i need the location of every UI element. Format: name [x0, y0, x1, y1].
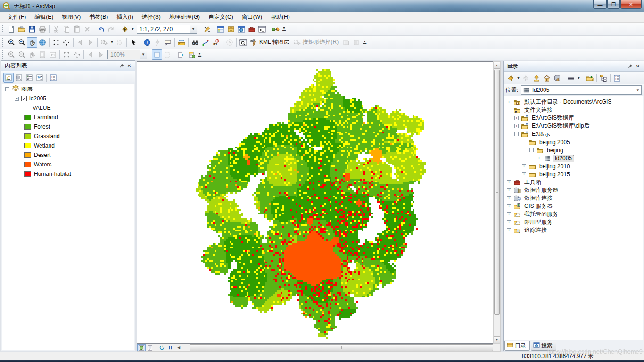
- catalog-item-label[interactable]: 文件夹连接: [523, 106, 554, 114]
- refresh-button[interactable]: [157, 344, 166, 351]
- fixed-zoom-out-icon[interactable]: [61, 37, 72, 48]
- full-page-icon[interactable]: [37, 49, 48, 60]
- catalog-tree-row[interactable]: +即用型服务: [504, 218, 643, 226]
- fixed-zoom-in-icon[interactable]: [61, 49, 72, 60]
- catalog-item-label[interactable]: beijing: [545, 147, 565, 154]
- catalog-item-label[interactable]: 工具箱: [523, 178, 543, 186]
- chevron-down-icon[interactable]: ▼: [636, 88, 640, 92]
- chevron-down-icon[interactable]: ▼: [190, 25, 197, 33]
- hyperlink-icon[interactable]: [152, 37, 163, 48]
- scroll-left-icon[interactable]: ◀: [174, 344, 183, 351]
- zoom-in-icon[interactable]: [6, 49, 17, 60]
- time-slider-icon[interactable]: [224, 37, 235, 48]
- add-data-icon[interactable]: [120, 24, 130, 34]
- title-bar[interactable]: 无标题 - ArcMap ▬ ❐ ✕: [0, 0, 644, 12]
- toolbar-overflow-icon[interactable]: ▼▬: [362, 37, 368, 48]
- catalog-tree-row[interactable]: −beijing 2005: [504, 138, 643, 146]
- options-list-icon[interactable]: [612, 73, 622, 83]
- catalog-tree-row[interactable]: +数据库连接: [504, 194, 643, 202]
- menu-item-7[interactable]: 自定义(C): [204, 12, 238, 23]
- db-home-icon[interactable]: [552, 73, 562, 83]
- collapse-icon[interactable]: −: [529, 148, 534, 152]
- catalog-item-label[interactable]: beijing 2010: [538, 163, 571, 170]
- legend-swatch[interactable]: [24, 143, 31, 148]
- globe-icon[interactable]: [37, 37, 48, 48]
- expand-icon[interactable]: +: [507, 220, 511, 224]
- catalog-tree-row[interactable]: −文件夹连接: [504, 106, 643, 114]
- catalog-tree-row[interactable]: +GIS 服务器: [504, 202, 643, 210]
- catalog-item-label[interactable]: 默认工作目录 - Documents\ArcGIS: [523, 98, 613, 106]
- map-horizontal-scrollbar[interactable]: [183, 344, 500, 351]
- back-arrow-icon[interactable]: [85, 49, 96, 60]
- legend-swatch[interactable]: [24, 152, 31, 158]
- pin-icon[interactable]: [118, 62, 125, 70]
- horizontal-scroll-thumb[interactable]: [190, 344, 493, 351]
- catalog-item-label[interactable]: 我托管的服务: [523, 210, 560, 218]
- menu-item-1[interactable]: 编辑(E): [30, 12, 58, 23]
- catalog-item-label[interactable]: E:\展示: [530, 130, 552, 138]
- list-drawing-order-icon[interactable]: [3, 73, 14, 83]
- goto-xy-icon[interactable]: XY: [211, 37, 221, 48]
- legend-swatch[interactable]: [24, 133, 31, 139]
- forward-arrow-icon[interactable]: [96, 49, 106, 60]
- menu-item-0[interactable]: 文件(F): [3, 12, 30, 23]
- map-vertical-scrollbar[interactable]: ▲ ▼: [493, 61, 501, 344]
- tree-view-icon[interactable]: [598, 73, 609, 83]
- map-scale-combo[interactable]: 1:1, 272, 270▼: [137, 25, 197, 34]
- close-button[interactable]: ✕: [620, 0, 642, 9]
- catalog-tab-search[interactable]: 搜索: [531, 341, 556, 351]
- catalog-tree-row[interactable]: +工具箱: [504, 178, 643, 186]
- identify-icon[interactable]: i: [142, 37, 152, 48]
- expand-icon[interactable]: +: [537, 156, 541, 160]
- new-document-icon[interactable]: [6, 24, 17, 34]
- close-icon[interactable]: ✕: [125, 62, 133, 70]
- menu-item-5[interactable]: 选择(S): [138, 12, 165, 23]
- vertical-scroll-thumb[interactable]: [494, 70, 500, 315]
- redo-icon[interactable]: [106, 24, 116, 34]
- python-window-icon[interactable]: [257, 24, 267, 34]
- location-combo[interactable]: ld2005 ▼: [521, 85, 642, 95]
- catalog-item-label[interactable]: 数据库连接: [523, 194, 554, 202]
- html-popup-icon[interactable]: [163, 37, 173, 48]
- catalog-tree-row[interactable]: −beijing: [504, 146, 643, 154]
- home-icon[interactable]: [542, 73, 552, 83]
- zoom-out-icon[interactable]: [17, 49, 27, 60]
- toolbar-grip[interactable]: [2, 25, 4, 33]
- pages-gray-icon[interactable]: [341, 37, 351, 48]
- pan-hand-icon[interactable]: [27, 37, 37, 48]
- menu-item-9[interactable]: 帮助(H): [266, 12, 294, 23]
- menu-item-8[interactable]: 窗口(W): [238, 12, 266, 23]
- search-window-icon[interactable]: [236, 24, 247, 34]
- fixed-zoom-out-icon[interactable]: [72, 49, 82, 60]
- chevron-down-icon[interactable]: ▼: [109, 37, 115, 48]
- catalog-tree-row[interactable]: +E:\ArcGIS数据库\clip后: [504, 122, 643, 130]
- measure-icon[interactable]: [176, 37, 187, 48]
- save-icon[interactable]: [27, 24, 37, 34]
- collapse-icon[interactable]: −: [15, 97, 19, 101]
- options-list-icon[interactable]: [48, 73, 58, 83]
- find-route-icon[interactable]: [200, 37, 211, 48]
- catalog-item-label[interactable]: ld2005: [553, 155, 574, 162]
- expand-icon[interactable]: +: [507, 188, 511, 192]
- catalog-item-label[interactable]: E:\ArcGIS数据库\clip后: [530, 122, 591, 130]
- expand-icon[interactable]: +: [522, 172, 526, 176]
- select-features-icon[interactable]: [99, 37, 109, 48]
- scroll-up-icon[interactable]: ▲: [494, 62, 500, 69]
- open-folder-icon[interactable]: [17, 24, 27, 34]
- catalog-item-label[interactable]: 追踪连接: [523, 226, 548, 234]
- menu-item-3[interactable]: 书签(B): [85, 12, 112, 23]
- zoom-in-icon[interactable]: [6, 37, 17, 48]
- close-icon[interactable]: ✕: [634, 63, 642, 70]
- expand-icon[interactable]: +: [507, 228, 511, 232]
- toggle-frame-icon[interactable]: [152, 49, 162, 60]
- catalog-item-label[interactable]: 即用型服务: [523, 218, 554, 226]
- catalog-tree-row[interactable]: +我托管的服务: [504, 210, 643, 218]
- chevron-down-icon[interactable]: ▼: [140, 50, 147, 59]
- toolbar-label-kml_label[interactable]: KML 转图层: [259, 38, 292, 46]
- forward-arrow-icon[interactable]: [85, 37, 96, 48]
- chevron-down-icon[interactable]: ▼: [130, 24, 135, 34]
- minimize-button[interactable]: ▬: [593, 0, 607, 9]
- catalog-tree-row[interactable]: +beijing 2010: [504, 162, 643, 170]
- catalog-tree-row[interactable]: +默认工作目录 - Documents\ArcGIS: [504, 98, 643, 106]
- list-visibility-icon[interactable]: [24, 73, 34, 83]
